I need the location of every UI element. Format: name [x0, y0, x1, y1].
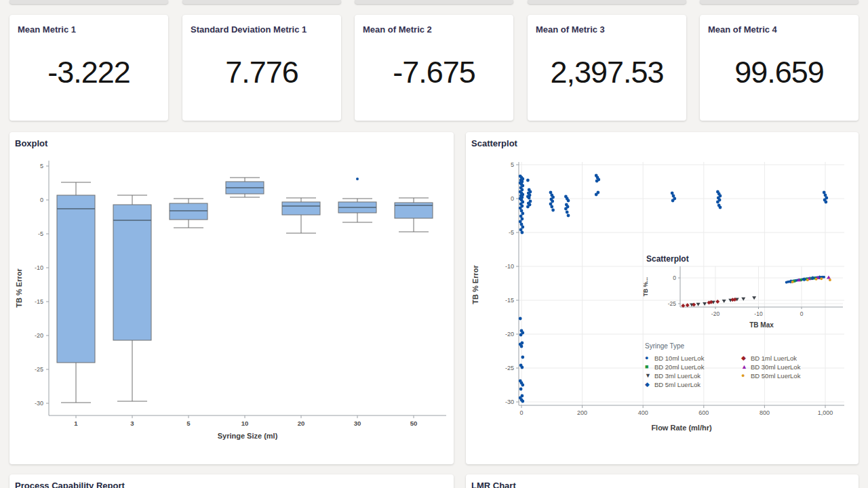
legend-label: BD 5ml LuerLok — [654, 381, 701, 388]
square-icon: ■ — [645, 363, 654, 370]
clipped-card-edge — [9, 0, 168, 4]
legend-label: BD 50ml LuerLok — [751, 372, 800, 380]
svg-text:600: 600 — [698, 409, 709, 416]
triangle-up-icon: ▲ — [741, 363, 751, 370]
legend-item: ◆BD 5ml LuerLok — [645, 380, 734, 388]
legend-label: BD 1ml LuerLok — [751, 354, 797, 362]
process-capability-title: Process Capability Report — [15, 481, 125, 488]
svg-text:0: 0 — [511, 195, 514, 202]
lmr-chart-panel[interactable]: LMR Chart — [466, 474, 859, 488]
legend-column: ●BD 10ml LuerLok■BD 20ml LuerLok▼BD 3ml … — [645, 354, 734, 388]
diamond-icon: ◆ — [645, 381, 654, 388]
legend-item: ●BD 10ml LuerLok — [645, 354, 734, 362]
svg-text:-30: -30 — [505, 399, 514, 405]
svg-text:0: 0 — [40, 197, 43, 203]
svg-text:30: 30 — [354, 420, 361, 427]
svg-text:10: 10 — [241, 420, 249, 427]
svg-text:Scatterplot: Scatterplot — [646, 254, 689, 264]
svg-text:TB %...: TB %... — [642, 277, 649, 296]
svg-text:-15: -15 — [505, 297, 514, 304]
svg-text:1: 1 — [74, 420, 78, 427]
svg-text:TB % Error: TB % Error — [471, 265, 479, 304]
metric-value: -3.222 — [9, 55, 168, 90]
svg-text:-25: -25 — [505, 365, 514, 371]
svg-text:Flow Rate (ml/hr): Flow Rate (ml/hr) — [651, 424, 712, 432]
metric-card-mean-metric-4[interactable]: Mean of Metric 4 99.659 — [700, 15, 859, 121]
diamond-icon: ◆ — [741, 354, 751, 361]
legend-label: BD 3ml LuerLok — [654, 372, 701, 380]
svg-text:-5: -5 — [38, 230, 43, 237]
boxplot-panel-title: Boxplot — [15, 138, 47, 148]
triangle-down-icon: ▼ — [645, 372, 654, 379]
svg-text:-10: -10 — [505, 263, 514, 270]
legend-label: BD 10ml LuerLok — [654, 354, 704, 362]
legend-column: ◆BD 1ml LuerLok▲BD 30ml LuerLok●BD 50ml … — [741, 354, 800, 388]
svg-text:0: 0 — [673, 274, 676, 281]
svg-text:5: 5 — [186, 420, 191, 427]
circle-icon: ● — [741, 372, 751, 379]
scatterplot-panel-title: Scatterplot — [471, 138, 517, 148]
metric-label: Standard Deviation Metric 1 — [182, 15, 341, 35]
svg-text:-5: -5 — [509, 229, 514, 236]
svg-text:-25: -25 — [35, 366, 43, 373]
svg-text:-20: -20 — [35, 332, 43, 339]
legend-item: ◆BD 1ml LuerLok — [741, 354, 800, 362]
circle-icon: ● — [645, 354, 654, 361]
svg-text:-20: -20 — [505, 331, 514, 338]
metric-label: Mean of Metric 2 — [355, 15, 513, 35]
metric-value: 99.659 — [700, 55, 859, 90]
svg-text:20: 20 — [298, 420, 305, 427]
lmr-chart-title: LMR Chart — [471, 481, 516, 488]
legend-item: ●BD 50ml LuerLok — [741, 371, 800, 380]
svg-text:-10: -10 — [35, 264, 43, 271]
metric-label: Mean Metric 1 — [9, 15, 168, 35]
svg-text:50: 50 — [410, 420, 418, 427]
svg-text:TB % Error: TB % Error — [15, 268, 23, 308]
metric-card-mean-metric-2[interactable]: Mean of Metric 2 -7.675 — [355, 15, 513, 121]
boxplot-panel[interactable]: 50-5-10-15-20-25-3013510203050TB % Error… — [9, 132, 454, 464]
legend-label: BD 20ml LuerLok — [654, 363, 704, 371]
svg-text:-25: -25 — [668, 300, 677, 307]
svg-text:800: 800 — [760, 409, 770, 416]
svg-text:3: 3 — [130, 420, 134, 427]
metric-value: 7.776 — [182, 55, 341, 90]
svg-text:-10: -10 — [754, 310, 763, 317]
legend-label: BD 30ml LuerLok — [751, 363, 800, 371]
svg-text:-15: -15 — [35, 298, 43, 305]
svg-text:Syringe Size (ml): Syringe Size (ml) — [218, 432, 278, 440]
svg-text:TB Max: TB Max — [749, 321, 774, 329]
clipped-card-edge — [528, 0, 686, 4]
scatterplot-chart: 50-5-10-15-20-25-3002004006008001,000TB … — [466, 132, 859, 464]
metric-value: 2,397.53 — [528, 55, 686, 90]
metric-value: -7.675 — [355, 55, 513, 90]
metric-label: Mean of Metric 3 — [528, 15, 686, 35]
svg-text:5: 5 — [40, 163, 43, 169]
metric-label: Mean of Metric 4 — [700, 15, 859, 35]
metric-card-mean-metric-3[interactable]: Mean of Metric 3 2,397.53 — [528, 15, 686, 121]
svg-text:400: 400 — [638, 409, 648, 416]
svg-text:-20: -20 — [711, 310, 720, 317]
boxplot-chart: 50-5-10-15-20-25-3013510203050TB % Error… — [9, 132, 454, 464]
legend-item: ■BD 20ml LuerLok — [645, 363, 734, 371]
legend-item: ▲BD 30ml LuerLok — [741, 363, 800, 371]
clipped-card-edge — [700, 0, 859, 4]
svg-text:5: 5 — [511, 161, 514, 168]
clipped-card-edge — [355, 0, 513, 4]
metric-card-mean-metric-1[interactable]: Mean Metric 1 -3.222 — [9, 15, 168, 121]
legend-item: ▼BD 3ml LuerLok — [645, 371, 734, 380]
legend-title: Syringe Type — [645, 342, 855, 350]
process-capability-panel[interactable]: Process Capability Report — [9, 474, 454, 488]
svg-text:200: 200 — [577, 409, 587, 416]
svg-text:0: 0 — [800, 310, 804, 317]
svg-text:1,000: 1,000 — [818, 409, 833, 416]
clipped-card-edge — [182, 0, 341, 4]
scatterplot-panel[interactable]: 50-5-10-15-20-25-3002004006008001,000TB … — [466, 132, 859, 464]
svg-text:0: 0 — [519, 409, 523, 416]
metric-card-stdev-metric-1[interactable]: Standard Deviation Metric 1 7.776 — [182, 15, 341, 121]
legend-columns: ●BD 10ml LuerLok■BD 20ml LuerLok▼BD 3ml … — [645, 354, 855, 388]
svg-text:-30: -30 — [35, 400, 43, 407]
scatter-legend: Syringe Type ●BD 10ml LuerLok■BD 20ml Lu… — [645, 342, 855, 388]
